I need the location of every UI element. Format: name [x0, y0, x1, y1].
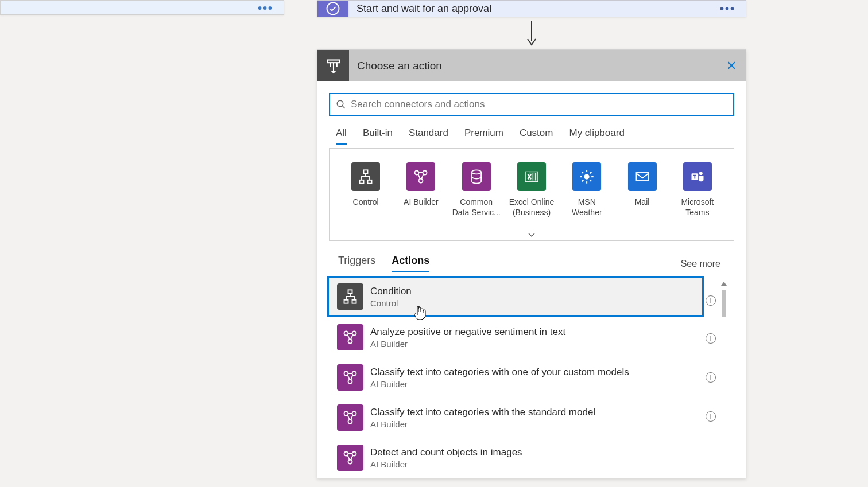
svg-point-0 [327, 3, 339, 15]
ai-icon [406, 162, 435, 191]
choose-action-icon [317, 50, 349, 81]
control-icon [337, 283, 363, 310]
expand-connectors-button[interactable] [329, 228, 734, 241]
action-detect-and-count-objects-in-im[interactable]: Detect and count objects in imagesAI Bui… [329, 438, 702, 478]
action-classify-text-into-categories-[interactable]: Classify text into categories with the s… [329, 398, 702, 438]
scroll-up-icon[interactable] [721, 282, 727, 286]
category-tab-custom[interactable]: Custom [520, 127, 553, 145]
category-tab-built-in[interactable]: Built-in [363, 127, 393, 145]
connector-excel-online[interactable]: Excel Online (Business) [507, 162, 556, 217]
connector-ai-builder[interactable]: AI Builder [396, 162, 445, 217]
teams-icon [683, 162, 712, 191]
action-title: Classify text into categories with one o… [370, 367, 629, 378]
svg-line-23 [582, 180, 583, 181]
svg-point-39 [348, 420, 352, 424]
connector-control[interactable]: Control [341, 162, 390, 217]
see-more-link[interactable]: See more [681, 259, 720, 269]
svg-point-10 [419, 179, 423, 183]
panel-header: Choose an action ✕ [317, 50, 746, 81]
connector-label: Control [353, 197, 379, 207]
svg-point-27 [699, 172, 703, 175]
connector-label: Excel Online (Business) [509, 197, 555, 217]
svg-rect-13 [529, 172, 538, 181]
svg-line-21 [582, 172, 583, 173]
action-subtitle: AI Builder [370, 419, 595, 429]
ai-icon [337, 404, 363, 431]
action-title: Detect and count objects in images [370, 447, 522, 458]
connector-label: Mail [635, 197, 650, 207]
svg-rect-6 [360, 180, 364, 184]
previous-step-card-fragment: ••• [0, 0, 284, 15]
connector-label: Microsoft Teams [681, 197, 714, 217]
connector-common[interactable]: Common Data Servic... [452, 162, 501, 217]
close-icon[interactable]: ✕ [726, 59, 737, 73]
svg-rect-29 [344, 300, 348, 303]
svg-line-22 [590, 180, 591, 181]
ai-icon [337, 445, 363, 471]
subtab-triggers[interactable]: Triggers [338, 255, 375, 272]
svg-point-42 [348, 460, 352, 464]
more-icon[interactable]: ••• [258, 2, 273, 15]
svg-rect-5 [364, 170, 368, 173]
subtab-actions[interactable]: Actions [392, 255, 429, 272]
db-icon [462, 162, 491, 191]
svg-point-33 [348, 340, 352, 344]
control-icon [351, 162, 380, 191]
search-box[interactable] [329, 93, 734, 116]
svg-rect-28 [348, 290, 352, 294]
search-input[interactable] [351, 99, 727, 110]
action-title: Analyze positive or negative sentiment i… [370, 326, 565, 338]
action-analyze-positive-or-negative-s[interactable]: Analyze positive or negative sentiment i… [329, 317, 702, 357]
category-tab-all[interactable]: All [336, 127, 347, 145]
action-subtitle: AI Builder [370, 459, 522, 469]
flow-designer-column: Start and wait for an approval ••• Choos… [317, 0, 746, 478]
connector-label: Common Data Servic... [452, 197, 501, 217]
chevron-down-icon [528, 232, 536, 237]
action-classify-text-into-categories-[interactable]: Classify text into categories with one o… [329, 357, 702, 398]
svg-rect-30 [352, 300, 356, 303]
connector-label: MSN Weather [572, 197, 602, 217]
category-tab-standard[interactable]: Standard [409, 127, 448, 145]
connector-grid-box: ControlAI BuilderCommon Data Servic...Ex… [329, 148, 734, 228]
svg-rect-2 [327, 60, 339, 63]
scroll-thumb[interactable] [722, 290, 726, 317]
sun-icon [572, 162, 601, 191]
approval-icon [317, 1, 348, 17]
action-title: Condition [370, 286, 412, 297]
scrollbar[interactable] [720, 282, 727, 442]
action-subtitle: AI Builder [370, 339, 565, 349]
mail-icon [628, 162, 657, 191]
action-condition[interactable]: ConditionControl [327, 276, 704, 317]
step-title: Start and wait for an approval [348, 3, 491, 15]
excel-icon [517, 162, 546, 191]
panel-title: Choose an action [349, 60, 442, 72]
svg-line-24 [590, 172, 591, 173]
svg-rect-25 [636, 173, 648, 181]
choose-action-panel: Choose an action ✕ AllBuilt-inStandardPr… [317, 49, 746, 478]
action-title: Classify text into categories with the s… [370, 407, 595, 418]
search-icon [336, 99, 346, 110]
svg-point-36 [348, 380, 352, 384]
connector-label: AI Builder [404, 197, 439, 207]
action-list-wrap: ConditionControlAnalyze positive or nega… [329, 276, 734, 478]
subtab-row: TriggersActions See more [329, 255, 734, 272]
approval-step-card[interactable]: Start and wait for an approval ••• [317, 0, 746, 17]
category-tab-premium[interactable]: Premium [464, 127, 503, 145]
svg-point-16 [584, 174, 590, 179]
svg-point-3 [337, 100, 343, 107]
action-subtitle: AI Builder [370, 379, 629, 389]
svg-line-4 [342, 106, 345, 108]
connector-mail[interactable]: Mail [617, 162, 666, 217]
action-subtitle: Control [370, 298, 412, 308]
ai-icon [337, 364, 363, 391]
flow-arrow [317, 17, 746, 49]
svg-rect-7 [368, 180, 372, 184]
connector-microsoft[interactable]: Microsoft Teams [673, 162, 722, 217]
more-icon[interactable]: ••• [720, 2, 735, 15]
ai-icon [337, 324, 363, 350]
category-tab-my-clipboard[interactable]: My clipboard [569, 127, 624, 145]
svg-point-11 [472, 170, 481, 174]
connector-msn[interactable]: MSN Weather [562, 162, 611, 217]
category-tabs: AllBuilt-inStandardPremiumCustomMy clipb… [329, 127, 734, 145]
